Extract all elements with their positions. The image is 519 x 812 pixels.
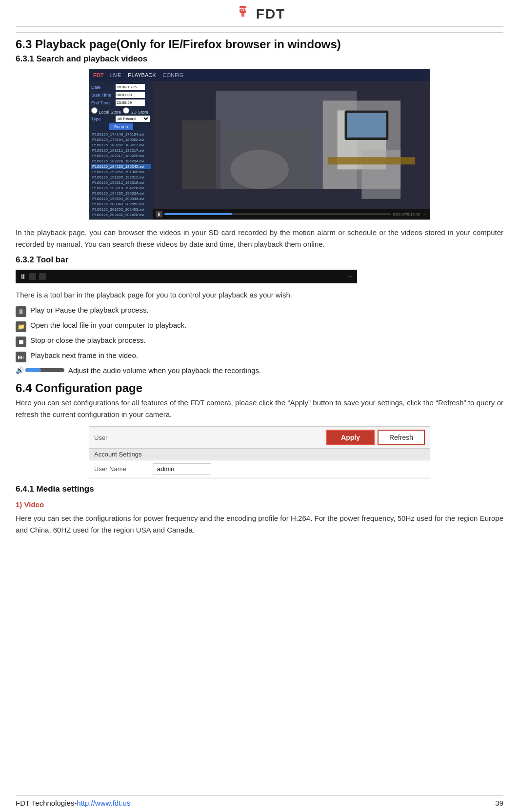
list-item[interactable]: P160125_180202_183211.avi: [91, 142, 151, 148]
footer-link: FDT Technologies-http://www.fdt.us: [16, 799, 130, 807]
pb-controls: ⏸ 0:00:07/0:10:42 →: [153, 209, 430, 219]
pb-local-store: Local Store: [99, 110, 121, 115]
pb-nav-live: LIVE: [109, 72, 121, 78]
list-item-selected[interactable]: P160125_184235_185245.avi: [91, 164, 151, 169]
section-64-body: Here you can set configurations for all …: [16, 397, 503, 420]
pb-nav-playback: PLAYBACK: [128, 72, 156, 78]
pb-start-label: Start Time: [91, 93, 116, 98]
section-631-title: 6.3.1 Search and playback videos: [16, 54, 503, 64]
icon4-text: Playback next frame in the video.: [30, 351, 138, 359]
section-63-title: 6.3 Playback page(Only for IE/Firefox br…: [16, 38, 503, 51]
section-641-body: Here you can set the configurations for …: [16, 513, 503, 536]
pb-type-select[interactable]: All Record: [116, 116, 150, 122]
toolbar-arrow-icon: →: [346, 273, 353, 280]
section-631-body: In the playback page, you can browser th…: [16, 227, 503, 250]
list-item[interactable]: P160125_174146_175194.avi: [91, 132, 151, 137]
svg-rect-13: [328, 157, 415, 164]
apply-button[interactable]: Apply: [326, 430, 375, 445]
pb-search-button[interactable]: Search: [109, 123, 133, 130]
pb-end-input[interactable]: [116, 99, 145, 106]
config-ui-block: User Apply Refresh Account Settings User…: [89, 426, 430, 478]
list-item[interactable]: P160125_183228_184234.avi: [91, 158, 151, 164]
config-ui: User Apply Refresh Account Settings User…: [89, 426, 430, 478]
icon-row-4: Playback next frame in the video.: [16, 351, 503, 362]
config-username-input[interactable]: [153, 463, 211, 475]
svg-rect-7: [182, 120, 221, 189]
icon-row-volume: 🔊 Adjust the audio volume when you playb…: [16, 366, 503, 375]
toolbar-image: ⏸ →: [16, 270, 357, 283]
toolbar-btn-3[interactable]: [39, 273, 46, 280]
list-item[interactable]: P160125_200343_202553.avi: [91, 201, 151, 207]
list-item[interactable]: P160125_181211_182217.avi: [91, 148, 151, 153]
footer-brand: FDT Technologies-: [16, 799, 77, 807]
list-item[interactable]: P160122_201202_202403.avi: [91, 207, 151, 212]
svg-point-9: [230, 150, 289, 189]
list-item[interactable]: P160125_202402_202628.avi: [91, 212, 151, 218]
icon-row-1: Play or Pause the playback process.: [16, 306, 503, 317]
section-641-title: 6.4.1 Media settings: [16, 484, 503, 494]
pb-date-row: Date: [91, 84, 151, 90]
list-item[interactable]: P160125_182217_183225.avi: [91, 153, 151, 158]
icon2-text: Open the local file in your computer to …: [30, 321, 186, 329]
config-section-header: Account Settings: [89, 449, 430, 460]
pb-date-label: Date: [91, 85, 116, 90]
toolbar-pause-icon: ⏸: [20, 273, 26, 280]
icon-row-3: Stop or close the playback process.: [16, 336, 503, 347]
config-header: User Apply Refresh: [89, 427, 430, 449]
list-item[interactable]: P160125_194235_195334.avi: [91, 191, 151, 196]
refresh-button[interactable]: Refresh: [378, 430, 425, 445]
pb-file-list: P160125_174146_175194.avi P160125_175194…: [91, 132, 151, 218]
svg-text:FDT: FDT: [239, 7, 247, 12]
svg-rect-1: [241, 13, 244, 17]
svg-rect-12: [347, 113, 386, 138]
pb-type-row: Type All Record: [91, 116, 151, 122]
pb-end-row: End Time: [91, 99, 151, 106]
pb-sidebar: Date Start Time End Time Local Store SD …: [89, 81, 153, 219]
section-641-sub: 1) Video: [16, 499, 503, 511]
pb-arrow: →: [422, 212, 427, 217]
pb-progress-bar[interactable]: [164, 213, 391, 215]
logo-text: FDT: [256, 6, 285, 22]
pause-playback-icon: [16, 306, 26, 317]
header-divider: [16, 32, 503, 33]
icon1-text: Play or Pause the playback process.: [30, 306, 149, 314]
page-header: FDT FDT: [16, 0, 503, 27]
svg-rect-10: [361, 150, 400, 199]
pb-video: 2016-01-25 18:52:48 Camera: [153, 81, 430, 209]
footer-page-number: 39: [495, 799, 503, 807]
pb-topbar: FDT LIVE PLAYBACK CONFIG: [89, 69, 430, 81]
section-64-title: 6.4 Configuration page: [16, 381, 503, 395]
pb-progress-fill: [164, 213, 232, 215]
config-username-label: User Name: [94, 465, 153, 473]
pb-nav-config: CONFIG: [163, 72, 184, 78]
volume-bar[interactable]: [25, 368, 64, 372]
pb-date-input[interactable]: [116, 84, 145, 90]
list-item[interactable]: P160125_191305_192312.avi: [91, 175, 151, 180]
volume-icon: 🔊: [16, 366, 24, 374]
volume-text: Adjust the audio volume when you playbac…: [68, 366, 261, 375]
config-username-row: User Name: [89, 460, 430, 478]
list-item[interactable]: P160125_190252_191305.avi: [91, 169, 151, 175]
pb-pause-btn[interactable]: ⏸: [156, 211, 162, 218]
list-item[interactable]: P160125_192312_193318.avi: [91, 180, 151, 185]
footer-url[interactable]: http://www.fdt.us: [77, 799, 130, 807]
list-item[interactable]: P160125_193218_194226.avi: [91, 185, 151, 191]
pb-end-label: End Time: [91, 100, 116, 105]
pb-sd-store: SD Store: [131, 110, 149, 115]
open-file-icon: [16, 321, 26, 332]
toolbar-btn-2[interactable]: [29, 273, 36, 280]
pb-time-label: 0:00:07/0:10:42: [393, 212, 420, 217]
pb-body: Date Start Time End Time Local Store SD …: [89, 81, 430, 219]
page-footer: FDT Technologies-http://www.fdt.us 39: [16, 795, 503, 807]
list-item[interactable]: P160125_195334_200343.avi: [91, 196, 151, 201]
fdt-logo: FDT: [234, 6, 252, 22]
section-632-title: 6.3.2 Tool bar: [16, 255, 503, 265]
next-frame-icon: [16, 352, 26, 362]
pb-logo: FDT: [93, 72, 103, 78]
list-item[interactable]: P160125_175194_180202.avi: [91, 137, 151, 142]
pb-start-input[interactable]: [116, 92, 145, 98]
pb-store-radio: Local Store SD Store: [91, 107, 151, 115]
icon3-text: Stop or close the playback process.: [30, 336, 146, 344]
icon-row-2: Open the local file in your computer to …: [16, 321, 503, 332]
stop-playback-icon: [16, 337, 26, 347]
